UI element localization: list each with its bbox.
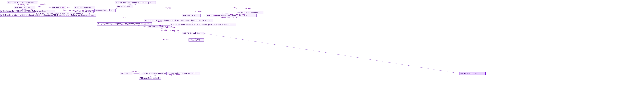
edge-label-item: item_ [158, 21, 162, 22]
edge-label-thr-mgr1: thr_mgr_ [164, 7, 172, 9]
edge-label-thread-desc-freelist: thread_desc_freelist_ [220, 17, 238, 19]
node-ace-node[interactable]: ACE_Node< ACE_Thread_Descriptor * > [176, 19, 213, 22]
edge-label-next: next_ [172, 27, 176, 28]
edge-label-impl: impl_ [30, 9, 34, 11]
svg-line-22 [203, 33, 459, 73]
node-ace-task-base[interactable]: ACE_Task_Base [116, 5, 133, 8]
edge-label-thr-mgr2: thr_mgr_ [244, 8, 252, 10]
edge-label-implementation: implementation_ [17, 4, 30, 6]
node-ace-event-handler-ref-policy[interactable]: ACE_Event_Handler::ACE_Event_Handler::Re… [34, 14, 96, 17]
node-ace-log-msg[interactable]: ACE_Log_Msg [188, 39, 204, 42]
edge-label-tl: tl_ [166, 27, 169, 28]
edge-label-link: link_ [123, 17, 127, 19]
edge-label-at-exit-list: at_exit_list_thr_desc_ [161, 30, 180, 32]
edge-label-allocator: allocator_ [195, 11, 204, 13]
node-ace-os-thread-descriptor[interactable]: ACE_OS_Thread_Descriptor [97, 23, 123, 26]
node-ace-event-handler[interactable]: ACE_Event_Handler [74, 6, 95, 9]
edge-label-log-msg: log_msg_ [162, 39, 169, 40]
node-ace-lock[interactable]: ACE_LOCK [120, 72, 133, 75]
edge-label-allocator-head: allocator_head_ [204, 15, 218, 16]
svg-line-10 [137, 25, 147, 27]
edge-label-thr-to-be-removed: thr_to_be_removed_ [230, 14, 246, 16]
node-ace-log-msg-callback[interactable]: ACE_Log_Msg_Callback [139, 77, 161, 80]
node-ace-at-thread-exit[interactable]: ACE_At_Thread_Exit [182, 32, 204, 35]
diagram-container: ACE_Reactor_Timer_Interface ACE_Reactor_… [0, 0, 644, 109]
node-ace-at-thread-exit-highlight[interactable]: ACE At Thread Exit [459, 72, 486, 75]
diagram-svg [0, 0, 644, 109]
edge-label-ref-count: reference_count_reference_counting_polic… [64, 10, 100, 11]
svg-line-1 [35, 6, 53, 8]
node-ace-thread-manager[interactable]: ACE_Thread_Manager [240, 11, 264, 14]
edge-label-next-prev: next_prev_ [121, 24, 130, 25]
edge-label-free-list: free_list_ [158, 25, 166, 27]
edge-label-msg-callback: msg_callback_ [169, 74, 180, 76]
edge-label-machin1: machin_ [40, 4, 46, 5]
node-ace-thread-timer-queue-adapter[interactable]: ACE_Thread_Timer_Queue_Adapter< TQ > [115, 1, 156, 4]
edge-label-own-mutex: own_mutex_ [132, 71, 140, 72]
edge-label-machin2: machin_ [62, 7, 68, 8]
edge-label-thr: thr_... [233, 7, 240, 9]
node-ace-allocator[interactable]: ACE_Allocator [182, 14, 200, 17]
svg-line-17 [193, 35, 196, 39]
node-ace-locked-free-list[interactable]: ACE_Locked_Free_List< ACE_Thread_Descrip… [170, 23, 236, 26]
